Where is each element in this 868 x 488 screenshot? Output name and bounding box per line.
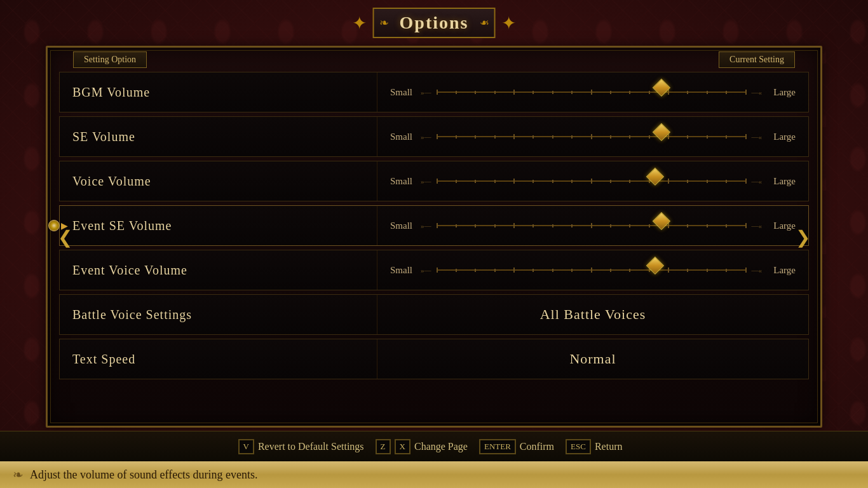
setting-value-battle-voice-settings: All Battle Voices [540,306,646,323]
setting-name-event-voice-volume: Event Voice Volume [60,250,377,290]
setting-row-event-voice-volume[interactable]: Event Voice Volume Small »— —« Large [59,250,809,290]
setting-name-battle-voice-settings: Battle Voice Settings [60,295,377,334]
key-enter-badge: ENTER [479,439,516,454]
controls-bar: V Revert to Default Settings Z X Change … [0,431,868,461]
header-setting-option: Setting Option [73,51,147,68]
return-label: Return [595,441,623,452]
setting-value-text-speed: Normal [569,351,616,367]
page-title: Options [400,13,469,32]
setting-value-container-event-se-volume: Small »— —« Large [377,206,808,245]
setting-name-se-volume: SE Volume [60,117,377,156]
hint-text: Adjust the volume of sound effects durin… [30,468,258,482]
bottom-bar: V Revert to Default Settings Z X Change … [0,431,868,488]
setting-value-container-event-voice-volume: Small »— —« Large [377,250,808,290]
title-ornament-right: ✦ [501,13,516,34]
change-page-label: Change Page [414,441,468,452]
setting-value-container-se-volume: Small »— —« Large [377,117,808,156]
setting-label-battle-voice-settings: Battle Voice Settings [72,308,192,322]
hint-bar: ❧ Adjust the volume of sound effects dur… [0,461,868,488]
setting-name-event-se-volume: ▶ Event SE Volume [60,206,377,245]
setting-value-container-voice-volume: Small »— —« Large [377,161,808,201]
setting-label-bgm-volume: BGM Volume [72,85,150,100]
setting-label-voice-volume: Voice Volume [72,174,151,189]
setting-row-event-se-volume[interactable]: ▶ Event SE Volume Small »— —« Large [59,205,809,246]
settings-list: BGM Volume Small »— —« Large SE Volume S… [48,72,820,379]
setting-value-container-bgm-volume: Small »— —« Large [377,72,808,112]
title-box: Options [373,8,496,38]
setting-row-text-speed[interactable]: Text Speed Normal [59,339,809,379]
setting-row-battle-voice-settings[interactable]: Battle Voice Settings All Battle Voices [59,294,809,335]
key-v-badge: V [238,439,254,454]
key-x-badge: X [395,439,410,454]
key-esc-badge: ESC [566,439,591,454]
setting-name-voice-volume: Voice Volume [60,161,377,201]
revert-label: Revert to Default Settings [258,441,364,452]
setting-name-text-speed: Text Speed [60,339,377,379]
setting-value-container-battle-voice-settings: All Battle Voices [377,295,808,334]
setting-label-event-voice-volume: Event Voice Volume [72,263,187,278]
setting-label-se-volume: SE Volume [72,130,135,144]
title-container: ✦ Options ✦ [352,8,517,38]
setting-row-se-volume[interactable]: SE Volume Small »— —« Large [59,116,809,157]
setting-label-event-se-volume: Event SE Volume [72,219,172,233]
setting-name-bgm-volume: BGM Volume [60,72,377,112]
nav-arrow-left[interactable]: ❮ [58,226,72,247]
header-current-setting: Current Setting [719,51,795,68]
key-z-badge: Z [376,439,391,454]
main-panel: Setting Option Current Setting ❮ ❯ Z X B… [46,46,822,428]
setting-row-voice-volume[interactable]: Voice Volume Small »— —« Large [59,161,809,201]
confirm-label: Confirm [520,441,554,452]
column-headers: Setting Option Current Setting [48,51,820,68]
setting-value-container-text-speed: Normal [377,339,808,379]
title-ornament-left: ✦ [352,13,367,34]
nav-arrow-right[interactable]: ❯ [796,226,810,247]
hint-ornament: ❧ [13,467,24,482]
setting-label-text-speed: Text Speed [72,352,135,367]
setting-row-bgm-volume[interactable]: BGM Volume Small »— —« Large [59,72,809,112]
